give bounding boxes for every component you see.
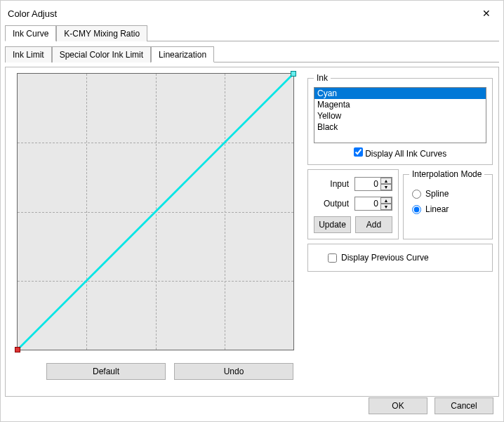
tab-linearization[interactable]: Linearization: [151, 46, 214, 62]
spline-radio[interactable]: [412, 190, 421, 199]
default-button[interactable]: Default: [46, 363, 166, 380]
input-label: Input: [314, 179, 349, 189]
curve-handle-start[interactable]: [15, 347, 20, 352]
output-up-icon[interactable]: ▲: [380, 197, 392, 204]
output-field[interactable]: [355, 199, 380, 209]
ink-item-black[interactable]: Black: [314, 121, 486, 133]
inner-tabs: Ink Limit Special Color Ink Limit Linear…: [5, 46, 499, 62]
ink-legend: Ink: [314, 73, 331, 83]
tab-kcmy-mixing[interactable]: K-CMY Mixing Ratio: [56, 25, 147, 41]
input-down-icon[interactable]: ▼: [380, 184, 392, 190]
close-icon[interactable]: ✕: [477, 6, 496, 20]
tab-ink-limit[interactable]: Ink Limit: [5, 46, 52, 62]
curve-chart[interactable]: [17, 73, 294, 350]
display-all-checkbox-label[interactable]: Display All Ink Curves: [354, 149, 446, 159]
previous-curve-checkbox-label[interactable]: Display Previous Curve: [328, 253, 486, 263]
ink-group: Ink Cyan Magenta Yellow Black Display Al…: [307, 73, 493, 165]
previous-curve-group: Display Previous Curve: [307, 244, 493, 272]
ink-list[interactable]: Cyan Magenta Yellow Black: [314, 87, 486, 143]
output-spinner[interactable]: ▲ ▼: [354, 197, 392, 211]
input-up-icon[interactable]: ▲: [380, 178, 392, 184]
add-button[interactable]: Add: [355, 216, 392, 233]
undo-button[interactable]: Undo: [174, 363, 293, 380]
ink-item-yellow[interactable]: Yellow: [314, 110, 486, 121]
svg-line-0: [18, 74, 293, 350]
output-label: Output: [314, 199, 349, 209]
ink-item-magenta[interactable]: Magenta: [314, 99, 486, 110]
io-group: Input ▲ ▼ Output ▲: [307, 169, 399, 239]
window-title: Color Adjust: [8, 8, 57, 19]
input-spinner[interactable]: ▲ ▼: [354, 177, 392, 191]
tab-ink-curve[interactable]: Ink Curve: [5, 25, 56, 41]
ok-button[interactable]: OK: [369, 397, 427, 414]
curve-line: [18, 74, 293, 350]
output-down-icon[interactable]: ▼: [380, 204, 392, 210]
interpolation-legend: Interpolation Mode: [409, 169, 484, 179]
ink-item-cyan[interactable]: Cyan: [314, 88, 486, 99]
outer-tabs: Ink Curve K-CMY Mixing Ratio: [5, 25, 499, 41]
linear-label[interactable]: Linear: [425, 204, 449, 214]
curve-handle-end[interactable]: [291, 71, 296, 77]
update-button[interactable]: Update: [314, 216, 351, 233]
tab-special-color-ink-limit[interactable]: Special Color Ink Limit: [52, 46, 151, 62]
linear-radio[interactable]: [412, 205, 421, 214]
input-field[interactable]: [355, 179, 380, 189]
display-all-checkbox[interactable]: [354, 147, 363, 157]
previous-curve-checkbox[interactable]: [328, 253, 337, 263]
interpolation-group: Interpolation Mode Spline Linear: [403, 169, 493, 239]
spline-label[interactable]: Spline: [425, 189, 449, 199]
cancel-button[interactable]: Cancel: [435, 397, 493, 414]
